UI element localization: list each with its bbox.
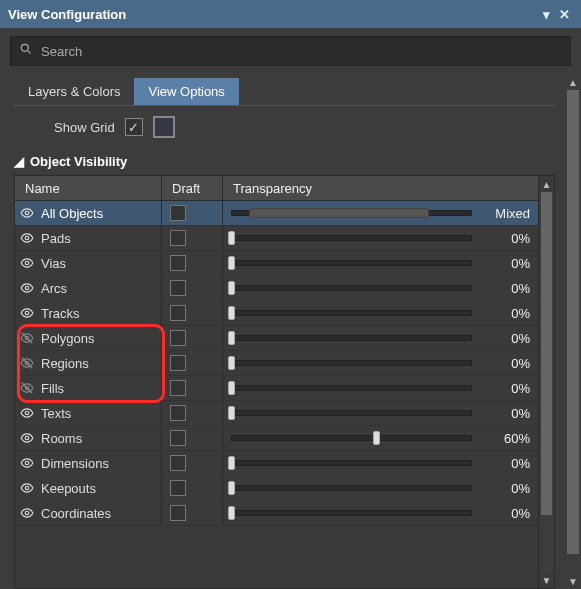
transparency-slider[interactable] [231,308,472,318]
panel-scrollbar[interactable]: ▲ ▼ [565,74,581,589]
draft-checkbox[interactable] [170,355,186,371]
table-row[interactable]: Pads0% [15,226,538,251]
transparency-slider[interactable] [231,483,472,493]
transparency-value: Mixed [482,206,530,221]
svg-point-4 [25,261,29,265]
table-scrollbar[interactable]: ▲ ▼ [538,176,554,588]
eye-icon[interactable] [19,305,35,321]
transparency-value: 0% [482,381,530,396]
transparency-value: 0% [482,306,530,321]
object-name: Regions [41,356,89,371]
draft-checkbox[interactable] [170,405,186,421]
transparency-slider[interactable] [231,208,472,218]
object-name: Polygons [41,331,94,346]
draft-checkbox[interactable] [170,280,186,296]
table-row[interactable]: Vias0% [15,251,538,276]
panel-scroll-up-icon[interactable]: ▲ [565,74,581,90]
eye-icon[interactable] [19,205,35,221]
eye-icon[interactable] [19,230,35,246]
svg-point-5 [25,286,29,290]
transparency-value: 0% [482,406,530,421]
eye-icon[interactable] [19,430,35,446]
draft-checkbox[interactable] [170,430,186,446]
table-row[interactable]: Tracks0% [15,301,538,326]
object-name: Dimensions [41,456,109,471]
draft-checkbox[interactable] [170,330,186,346]
eye-icon[interactable] [19,455,35,471]
close-icon[interactable]: ✕ [555,5,573,23]
table-row[interactable]: Regions0% [15,351,538,376]
table-row[interactable]: Polygons0% [15,326,538,351]
draft-checkbox[interactable] [170,305,186,321]
transparency-slider[interactable] [231,233,472,243]
table-row[interactable]: Rooms60% [15,426,538,451]
eye-icon[interactable] [19,280,35,296]
eye-off-icon[interactable] [19,380,35,396]
transparency-slider[interactable] [231,433,472,443]
table-row[interactable]: Arcs0% [15,276,538,301]
object-visibility-header[interactable]: ◢ Object Visibility [14,148,555,175]
draft-checkbox[interactable] [170,455,186,471]
table-row[interactable]: Fills0% [15,376,538,401]
transparency-value: 0% [482,356,530,371]
grid-color-swatch[interactable] [153,116,175,138]
tab-view-options[interactable]: View Options [134,78,238,105]
transparency-value: 0% [482,331,530,346]
object-name: Fills [41,381,64,396]
draft-checkbox[interactable] [170,255,186,271]
eye-icon[interactable] [19,480,35,496]
col-header-name[interactable]: Name [15,181,161,196]
eye-off-icon[interactable] [19,355,35,371]
search-box[interactable] [10,36,571,66]
transparency-slider[interactable] [231,508,472,518]
svg-point-0 [21,44,28,51]
draft-checkbox[interactable] [170,380,186,396]
dropdown-icon[interactable]: ▾ [537,5,555,23]
transparency-slider[interactable] [231,358,472,368]
tab-layers-colors[interactable]: Layers & Colors [14,78,134,105]
table-row[interactable]: Dimensions0% [15,451,538,476]
object-name: Vias [41,256,66,271]
col-header-draft[interactable]: Draft [162,181,222,196]
object-name: Rooms [41,431,82,446]
show-grid-label: Show Grid [54,120,115,135]
object-name: All Objects [41,206,103,221]
svg-point-14 [25,436,29,440]
object-visibility-table: Name Draft Transparency All ObjectsMixed… [14,175,555,589]
transparency-slider[interactable] [231,283,472,293]
eye-off-icon[interactable] [19,330,35,346]
eye-icon[interactable] [19,505,35,521]
table-row[interactable]: Keepouts0% [15,476,538,501]
caret-down-icon: ◢ [14,154,24,169]
draft-checkbox[interactable] [170,505,186,521]
table-row[interactable]: Texts0% [15,401,538,426]
draft-checkbox[interactable] [170,230,186,246]
svg-point-3 [25,236,29,240]
scroll-up-icon[interactable]: ▲ [539,176,554,192]
draft-checkbox[interactable] [170,480,186,496]
transparency-value: 0% [482,506,530,521]
col-header-transparency[interactable]: Transparency [223,181,538,196]
show-grid-checkbox[interactable]: ✓ [125,118,143,136]
draft-checkbox[interactable] [170,205,186,221]
table-row[interactable]: Coordinates0% [15,501,538,526]
eye-icon[interactable] [19,405,35,421]
transparency-slider[interactable] [231,383,472,393]
transparency-slider[interactable] [231,333,472,343]
scroll-down-icon[interactable]: ▼ [539,572,554,588]
tabs: Layers & Colors View Options [14,74,555,105]
svg-point-6 [25,311,29,315]
table-row[interactable]: All ObjectsMixed [15,201,538,226]
transparency-value: 60% [482,431,530,446]
eye-icon[interactable] [19,255,35,271]
svg-point-15 [25,461,29,465]
transparency-slider[interactable] [231,408,472,418]
search-input[interactable] [41,44,562,59]
transparency-value: 0% [482,456,530,471]
transparency-slider[interactable] [231,258,472,268]
panel-scroll-down-icon[interactable]: ▼ [565,573,581,589]
transparency-value: 0% [482,481,530,496]
transparency-slider[interactable] [231,458,472,468]
transparency-value: 0% [482,231,530,246]
object-name: Arcs [41,281,67,296]
